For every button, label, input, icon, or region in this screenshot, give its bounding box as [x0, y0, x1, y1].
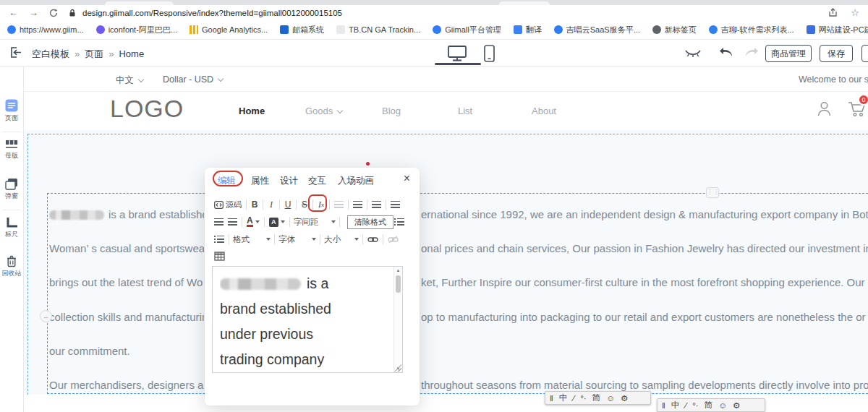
sidebar-item-master[interactable]: 母版	[0, 139, 23, 160]
nav-item-list[interactable]: List	[458, 106, 472, 116]
ime-lang-icon[interactable]: 简	[705, 400, 713, 411]
tab-design[interactable]: 设计	[280, 175, 298, 187]
breadcrumb-template[interactable]: 空白模板	[32, 48, 69, 59]
scroll-up-icon[interactable]: ▲	[394, 268, 402, 272]
italic-button[interactable]: I	[265, 197, 277, 212]
bookmark-item[interactable]: iconfont-阿里巴巴...	[96, 25, 177, 35]
page-text-line[interactable]: brings out the latest trend of Wo	[49, 275, 204, 290]
page-text-line[interactable]: op to manufacturing into packaging to ou…	[421, 310, 868, 325]
resize-handle[interactable]: ↔	[40, 310, 52, 322]
sidebar-item-pages[interactable]: 页面	[0, 99, 23, 123]
exit-editor-icon[interactable]	[9, 46, 23, 59]
ime-pen-icon[interactable]: ∕	[573, 394, 574, 403]
unlink-button[interactable]	[386, 232, 401, 246]
nav-item-home[interactable]: Home	[239, 106, 265, 116]
reload-icon[interactable]	[49, 9, 58, 17]
bold-button[interactable]: B	[249, 197, 260, 212]
bookmark-item[interactable]: 吉聊-软件需求列表...	[709, 25, 794, 35]
tab-entrance-animation[interactable]: 入场动画	[338, 175, 374, 187]
page-text-line[interactable]: our commitment.	[49, 344, 204, 359]
section-selection-border	[27, 134, 28, 409]
currency-selector[interactable]: Dollar - USD	[163, 74, 223, 85]
insert-table-button[interactable]	[212, 249, 227, 263]
back-arrow-icon[interactable]: ←	[9, 8, 18, 17]
link-button[interactable]	[365, 232, 380, 246]
forward-arrow-icon[interactable]: →	[29, 8, 38, 17]
undo-icon[interactable]	[718, 46, 734, 58]
tab-interaction[interactable]: 交互	[308, 175, 326, 187]
underline-button[interactable]: U	[282, 197, 294, 212]
scrollbar[interactable]: ▲ ▼	[393, 267, 402, 372]
sidebar-item-recycle-bin[interactable]: 回收站	[0, 255, 23, 278]
nav-item-about[interactable]: About	[532, 106, 556, 116]
bookmark-item[interactable]: 翻译	[514, 25, 542, 35]
sidebar-item-ruler[interactable]: 标尺	[0, 217, 23, 239]
ime-mic-icon[interactable]: °·	[580, 394, 586, 403]
size-combo[interactable]: 大小	[323, 234, 360, 245]
mobile-view-icon[interactable]	[483, 44, 495, 63]
bookmark-item[interactable]: 网站建设-PC建站...	[807, 25, 868, 35]
language-selector[interactable]: 中文	[116, 74, 143, 87]
ime-mode-icon[interactable]: 中	[559, 392, 568, 403]
hide-preview-eye-icon[interactable]	[684, 49, 702, 58]
partial-button[interactable]	[861, 45, 868, 62]
breadcrumb-pages[interactable]: 页面	[85, 48, 103, 59]
page-text-line[interactable]: is a brand established	[49, 207, 204, 222]
bookmark-item[interactable]: 新标签页	[652, 25, 697, 35]
save-button[interactable]: 保存	[820, 45, 853, 62]
ime-settings-icon[interactable]: ⚙	[621, 393, 628, 403]
outdent-button[interactable]	[332, 197, 346, 212]
page-text-line[interactable]: throughout seasons from material sourcin…	[421, 378, 868, 392]
source-code-button[interactable]: 源码	[212, 197, 244, 212]
ime-settings-icon[interactable]: ⚙	[733, 400, 740, 411]
page-text-line[interactable]: collection skills and manufacturir	[49, 310, 204, 325]
drag-handle[interactable]: ⋮⋮	[706, 187, 719, 198]
ime-mode-icon[interactable]: 中	[671, 400, 680, 411]
bookmark-item[interactable]: Giimall平台管理	[433, 25, 501, 35]
star-icon[interactable]: ☆	[851, 7, 859, 18]
nav-item-blog[interactable]: Blog	[382, 106, 401, 116]
ime-emoji-icon[interactable]: ☺	[718, 401, 727, 410]
font-combo[interactable]: 字体	[277, 234, 318, 245]
goods-manage-button[interactable]: 商品管理	[765, 45, 812, 62]
ime-emoji-icon[interactable]: ☺	[606, 394, 615, 403]
bg-color-button[interactable]: A	[267, 215, 287, 229]
bullet-list-button[interactable]	[212, 232, 226, 246]
nav-item-goods[interactable]: Goods	[305, 106, 342, 116]
bookmark-item[interactable]: 邮箱系统	[280, 25, 324, 35]
share-icon[interactable]	[828, 8, 838, 17]
ime-mic-icon[interactable]: °·	[692, 401, 698, 410]
bookmark-item[interactable]: TB.CN GA Trackin...	[336, 25, 420, 34]
bookmark-item[interactable]: Google Analytics...	[190, 25, 268, 34]
ime-grip-icon[interactable]: ‖	[550, 394, 553, 403]
close-icon[interactable]: ×	[404, 172, 410, 185]
format-combo[interactable]: 格式	[231, 234, 272, 245]
ime-pen-icon[interactable]: ∕	[685, 401, 686, 410]
ime-lang-icon[interactable]: 简	[592, 392, 601, 403]
account-icon[interactable]	[816, 100, 833, 117]
letter-spacing-combo[interactable]: 字间距	[292, 217, 337, 228]
sidebar-item-popup[interactable]: 弹窗	[0, 178, 23, 201]
url-text[interactable]: design.giimall.com/Responsive/index?them…	[82, 9, 342, 17]
redo-icon[interactable]	[744, 46, 760, 58]
ordered-list-button[interactable]	[392, 215, 407, 229]
tab-properties[interactable]: 属性	[251, 175, 269, 187]
bookmark-item[interactable]: https://www.giim...	[7, 25, 84, 34]
breadcrumb-current[interactable]: Home	[119, 48, 144, 59]
bookmark-item[interactable]: 吉唱云SaaS服务平...	[554, 25, 640, 35]
page-text-line[interactable]: Our merchandisers, designers an	[49, 378, 204, 392]
page-text-line[interactable]: onal prices and chain services, Our pass…	[421, 241, 868, 256]
text-color-button[interactable]: A	[244, 215, 262, 229]
ime-grip-icon[interactable]: ‖	[662, 401, 665, 410]
align-center-button[interactable]	[388, 197, 402, 212]
align-justify-button[interactable]	[226, 215, 239, 229]
indent-button[interactable]	[351, 197, 365, 212]
align-right-button[interactable]	[212, 215, 226, 229]
align-left-button[interactable]	[370, 197, 383, 212]
page-text-line[interactable]: ernational since 1992, we are an indepen…	[421, 207, 868, 222]
page-text-line[interactable]: ket, Further Inspire our consumer-first …	[421, 275, 868, 290]
page-text-line[interactable]: Woman’ s casual and sportswea	[49, 241, 204, 256]
scrollbar-thumb[interactable]	[396, 275, 401, 293]
desktop-view-icon[interactable]	[446, 45, 468, 61]
rich-text-content[interactable]: is a brand established under previous tr…	[212, 266, 403, 373]
